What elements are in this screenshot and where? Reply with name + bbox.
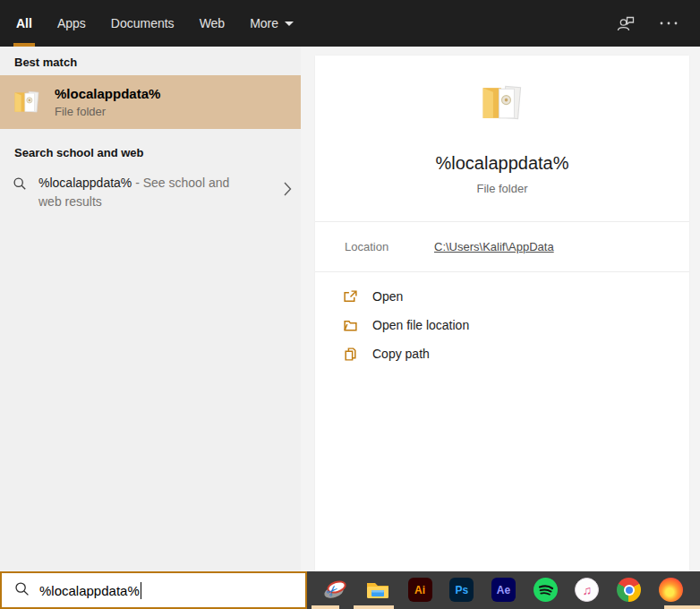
user-feedback-icon[interactable] <box>616 13 636 33</box>
taskbar-open-indicator <box>664 605 700 609</box>
ellipsis-icon[interactable] <box>659 21 679 26</box>
location-link[interactable]: C:\Users\Kalif\AppData <box>434 240 554 253</box>
best-match-header: Best match <box>0 47 301 75</box>
filter-tabs: All Apps Documents Web More <box>16 0 294 47</box>
tab-apps-label: Apps <box>57 16 86 30</box>
ae-tile-label: Ae <box>491 578 516 602</box>
file-folder-icon <box>12 87 42 117</box>
tab-more-label: More <box>250 16 278 30</box>
search-input-value: %localappdata% <box>39 583 140 598</box>
header-icons <box>616 0 679 47</box>
suggestion-query: %localappdata% <box>38 176 132 190</box>
chevron-down-icon <box>285 21 294 26</box>
folder-outline-icon <box>343 318 358 333</box>
search-icon <box>14 581 30 600</box>
search-filter-header: All Apps Documents Web More <box>0 0 700 47</box>
best-match-subtitle: File folder <box>55 105 160 118</box>
preview-panel: %localappdata% File folder Location C:\U… <box>301 47 700 571</box>
chrome-icon[interactable] <box>617 578 642 603</box>
open-action-label: Open <box>372 289 403 304</box>
adobe-illustrator-icon[interactable]: Ai <box>407 578 432 603</box>
web-section-header: Search school and web <box>0 129 301 166</box>
results-panel: Best match %localappdata% File folder Se… <box>0 47 301 571</box>
tab-apps[interactable]: Apps <box>57 0 86 47</box>
tab-all-label: All <box>16 16 32 30</box>
open-file-location-label: Open file location <box>372 318 469 332</box>
taskbar: ✂ Ai Ps Ae <box>307 571 700 609</box>
best-match-title: %localappdata% <box>55 86 160 101</box>
open-file-location-action[interactable]: Open file location <box>343 311 689 339</box>
adobe-photoshop-icon[interactable]: Ps <box>449 578 474 603</box>
copy-path-label: Copy path <box>372 347 430 361</box>
tab-more[interactable]: More <box>250 0 294 47</box>
tab-web[interactable]: Web <box>200 0 226 47</box>
best-match-result[interactable]: %localappdata% File folder <box>0 75 301 129</box>
snipping-tool-icon[interactable]: ✂ <box>324 578 349 603</box>
preview-title: %localappdata% <box>315 153 689 174</box>
text-cursor <box>141 582 141 599</box>
ai-tile-label: Ai <box>408 578 432 602</box>
search-input[interactable]: %localappdata% <box>0 571 307 609</box>
copy-icon <box>343 347 358 362</box>
spotify-icon[interactable] <box>533 578 558 603</box>
preview-subtitle: File folder <box>315 182 689 195</box>
tab-all[interactable]: All <box>16 0 32 47</box>
chevron-right-icon[interactable] <box>284 182 292 200</box>
copy-path-action[interactable]: Copy path <box>343 339 689 368</box>
file-explorer-icon[interactable] <box>365 578 390 603</box>
itunes-icon[interactable]: ♫ <box>575 578 600 603</box>
taskbar-open-indicator <box>312 605 339 609</box>
tab-documents-label: Documents <box>111 16 175 30</box>
ps-tile-label: Ps <box>449 578 474 602</box>
action-list: Open Open file location Copy path <box>315 272 689 368</box>
windows-search-flyout: All Apps Documents Web More <box>0 0 700 609</box>
location-label: Location <box>345 240 434 253</box>
tab-documents[interactable]: Documents <box>111 0 175 47</box>
open-action[interactable]: Open <box>343 282 689 311</box>
preview-card: %localappdata% File folder Location C:\U… <box>315 56 689 571</box>
open-icon <box>343 289 358 304</box>
search-icon <box>13 176 27 194</box>
web-search-suggestion[interactable]: %localappdata% - See school and web resu… <box>0 166 301 219</box>
firefox-icon[interactable] <box>658 578 683 603</box>
adobe-after-effects-icon[interactable]: Ae <box>491 578 516 603</box>
file-folder-icon <box>478 79 526 127</box>
taskbar-open-indicator <box>354 605 394 609</box>
tab-web-label: Web <box>200 16 226 30</box>
location-row: Location C:\Users\Kalif\AppData <box>315 222 689 271</box>
